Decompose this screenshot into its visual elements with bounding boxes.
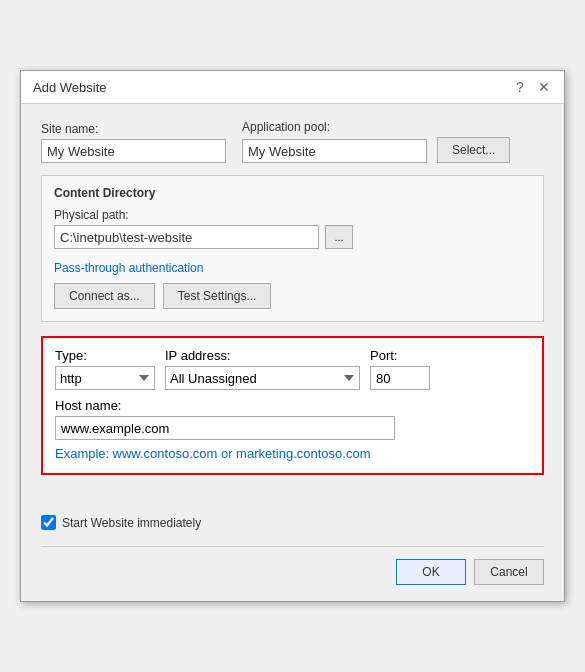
- app-pool-group: Application pool: Select...: [242, 120, 510, 163]
- hostname-label: Host name:: [55, 398, 530, 413]
- port-group: Port:: [370, 348, 430, 390]
- type-select[interactable]: http https ftp: [55, 366, 155, 390]
- type-label: Type:: [55, 348, 155, 363]
- ok-cancel-row: OK Cancel: [41, 559, 544, 585]
- dialog-body: Site name: Application pool: Select... C…: [21, 104, 564, 505]
- physical-path-label: Physical path:: [54, 208, 531, 222]
- app-pool-input[interactable]: [242, 139, 427, 163]
- pass-through-label: Pass-through authentication: [54, 261, 531, 275]
- ip-address-label: IP address:: [165, 348, 360, 363]
- separator: [41, 546, 544, 547]
- port-input[interactable]: [370, 366, 430, 390]
- close-button[interactable]: ✕: [536, 79, 552, 95]
- start-website-row: Start Website immediately: [41, 515, 544, 530]
- cancel-button[interactable]: Cancel: [474, 559, 544, 585]
- ip-address-group: IP address: All Unassigned: [165, 348, 360, 390]
- binding-section: Type: http https ftp IP address: All Una…: [41, 336, 544, 475]
- app-pool-label: Application pool:: [242, 120, 510, 134]
- dialog-title: Add Website: [33, 80, 106, 95]
- browse-button[interactable]: ...: [325, 225, 353, 249]
- example-label: Example:: [55, 446, 109, 461]
- site-name-group: Site name:: [41, 122, 226, 163]
- example-value: www.contoso.com or marketing.contoso.com: [113, 446, 371, 461]
- physical-path-group: Physical path: ...: [54, 208, 531, 257]
- start-website-label[interactable]: Start Website immediately: [62, 516, 201, 530]
- site-name-input[interactable]: [41, 139, 226, 163]
- auth-buttons-row: Connect as... Test Settings...: [54, 283, 531, 309]
- help-button[interactable]: ?: [512, 79, 528, 95]
- binding-top-row: Type: http https ftp IP address: All Una…: [55, 348, 530, 390]
- content-directory-section: Content Directory Physical path: ... Pas…: [41, 175, 544, 322]
- select-app-pool-button[interactable]: Select...: [437, 137, 510, 163]
- port-label: Port:: [370, 348, 430, 363]
- physical-path-input[interactable]: [54, 225, 319, 249]
- type-group: Type: http https ftp: [55, 348, 155, 390]
- add-website-dialog: Add Website ? ✕ Site name: Application p…: [20, 70, 565, 602]
- connect-as-button[interactable]: Connect as...: [54, 283, 155, 309]
- ip-address-select[interactable]: All Unassigned: [165, 366, 360, 390]
- test-settings-button[interactable]: Test Settings...: [163, 283, 272, 309]
- site-name-label: Site name:: [41, 122, 226, 136]
- title-bar: Add Website ? ✕: [21, 71, 564, 104]
- hostname-input[interactable]: [55, 416, 395, 440]
- hostname-group: Host name:: [55, 398, 530, 440]
- ok-button[interactable]: OK: [396, 559, 466, 585]
- site-app-pool-row: Site name: Application pool: Select...: [41, 120, 544, 163]
- example-text: Example: www.contoso.com or marketing.co…: [55, 446, 530, 461]
- start-website-checkbox[interactable]: [41, 515, 56, 530]
- content-directory-title: Content Directory: [54, 186, 531, 200]
- bottom-area: Start Website immediately OK Cancel: [21, 505, 564, 601]
